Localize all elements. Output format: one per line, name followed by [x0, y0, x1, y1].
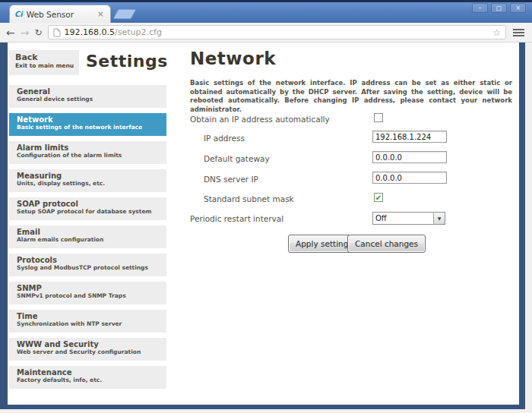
sidebar-item-label: SOAP protocol — [17, 200, 159, 208]
window-controls: – □ × — [472, 3, 526, 13]
menu-icon[interactable] — [513, 32, 524, 33]
browser-tab[interactable]: Ci Web Sensor × — [9, 5, 111, 23]
sidebar-item-label: Time — [17, 312, 159, 320]
tab-close-icon[interactable]: × — [96, 9, 106, 19]
sidebar-item-desc: Factory defaults, info, etc. — [17, 377, 159, 383]
url-text[interactable]: 192.168.0.5/setup2.cfg — [65, 27, 489, 37]
sidebar-item-desc: Setup SOAP protocol for database system — [17, 208, 159, 215]
new-tab-button[interactable] — [113, 9, 137, 19]
tab-title: Web Sensor — [27, 10, 92, 19]
sidebar-item-email[interactable]: Email Alarm emails configuration — [9, 225, 166, 248]
ip-address-label: IP address — [204, 134, 245, 143]
sidebar-item-label: Measuring — [17, 172, 159, 180]
back-button[interactable]: Back Exit to main menu — [9, 50, 79, 75]
default-gateway-label: Default gateway — [204, 154, 270, 163]
site-favicon-icon: Ci — [14, 10, 23, 18]
restart-interval-select[interactable]: Off ▼ — [372, 212, 445, 225]
cancel-changes-button[interactable]: Cancel changes — [347, 235, 426, 253]
default-gateway-field[interactable] — [372, 151, 447, 163]
sidebar-item-alarm-limits[interactable]: Alarm limits Configuration of the alarm … — [9, 141, 166, 164]
sidebar-item-www-security[interactable]: WWW and Security Web server and Security… — [9, 338, 166, 361]
sidebar-item-label: Protocols — [17, 256, 159, 264]
address-bar[interactable]: 192.168.0.5/setup2.cfg ☆ — [48, 25, 506, 39]
ip-address-field[interactable] — [372, 131, 447, 143]
sidebar-item-desc: General device settings — [17, 96, 159, 102]
sidebar-item-desc: Basic settings of the network interface — [17, 124, 159, 131]
dns-server-label: DNS server IP — [204, 175, 258, 184]
browser-window: Ci Web Sensor × – □ × ← → ↻ 192.168.0.5/… — [0, 0, 532, 413]
dns-server-field[interactable] — [372, 172, 447, 184]
window-maximize-button[interactable]: □ — [491, 3, 507, 13]
page-content: Back Exit to main menu Settings General … — [8, 43, 519, 405]
chevron-down-icon[interactable]: ▼ — [433, 213, 445, 224]
sidebar-item-label: Email — [17, 228, 159, 236]
section-description: Basic settings of the network interface.… — [190, 79, 512, 114]
dhcp-label: Obtain an IP address automatically — [190, 115, 330, 124]
browser-titlebar: Ci Web Sensor × – □ × — [0, 0, 532, 23]
window-close-button[interactable]: × — [510, 3, 526, 13]
dhcp-checkbox[interactable] — [374, 113, 383, 122]
url-host: 192.168.0.5 — [65, 27, 115, 37]
sidebar-item-desc: Units, display settings, etc. — [17, 180, 159, 187]
reload-icon[interactable]: ↻ — [34, 28, 42, 37]
network-settings-panel: Network Basic settings of the network in… — [182, 43, 521, 405]
subnet-mask-label: Standard subnet mask — [204, 194, 294, 203]
sidebar-item-label: General — [17, 87, 159, 96]
sidebar-item-label: WWW and Security — [17, 340, 159, 348]
sidebar-item-maintenance[interactable]: Maintenance Factory defaults, info, etc. — [9, 366, 166, 389]
sidebar-item-desc: Synchronization with NTP server — [17, 320, 159, 327]
sidebar-item-snmp[interactable]: SNMP SNMPv1 protocol and SNMP Traps — [9, 282, 166, 304]
url-path: /setup2.cfg — [115, 27, 162, 37]
page-viewport: Back Exit to main menu Settings General … — [0, 43, 532, 412]
sidebar-item-label: Network — [17, 115, 159, 124]
section-title: Network — [190, 49, 276, 68]
back-label: Back — [15, 52, 73, 62]
sidebar-item-network[interactable]: Network Basic settings of the network in… — [9, 113, 166, 136]
sidebar-item-measuring[interactable]: Measuring Units, display settings, etc. — [9, 169, 166, 192]
page-title: Settings — [86, 52, 168, 71]
back-sublabel: Exit to main menu — [15, 62, 73, 69]
window-minimize-button[interactable]: – — [472, 3, 488, 13]
sidebar-item-desc: Alarm emails configuration — [17, 236, 159, 243]
checkmark-icon: ✔ — [375, 194, 382, 202]
sidebar-item-general[interactable]: General General device settings — [9, 85, 166, 108]
sidebar-item-label: Maintenance — [17, 368, 159, 377]
browser-toolbar: ← → ↻ 192.168.0.5/setup2.cfg ☆ — [0, 23, 532, 43]
sidebar-item-protocols[interactable]: Protocols Syslog and ModbusTCP protocol … — [9, 254, 166, 276]
select-value: Off — [373, 214, 433, 222]
bookmark-star-icon[interactable]: ☆ — [492, 28, 501, 37]
sidebar-item-desc: Configuration of the alarm limits — [17, 152, 159, 159]
sidebar-item-soap-protocol[interactable]: SOAP protocol Setup SOAP protocol for da… — [9, 197, 166, 220]
sidebar-item-desc: Web server and Security configuration — [17, 348, 159, 355]
back-icon[interactable]: ← — [6, 27, 15, 38]
restart-interval-label: Periodic restart interval — [190, 214, 283, 223]
page-background: Back Exit to main menu Settings General … — [0, 43, 525, 409]
sidebar-item-time[interactable]: Time Synchronization with NTP server — [9, 310, 166, 333]
sidebar-item-label: Alarm limits — [17, 143, 159, 152]
forward-icon[interactable]: → — [21, 27, 30, 38]
sidebar-item-label: SNMP — [17, 284, 159, 292]
sidebar-item-desc: SNMPv1 protocol and SNMP Traps — [17, 292, 159, 299]
sidebar-item-desc: Syslog and ModbusTCP protocol settings — [17, 264, 159, 271]
document-icon — [53, 28, 61, 37]
subnet-mask-checkbox[interactable]: ✔ — [374, 193, 383, 202]
